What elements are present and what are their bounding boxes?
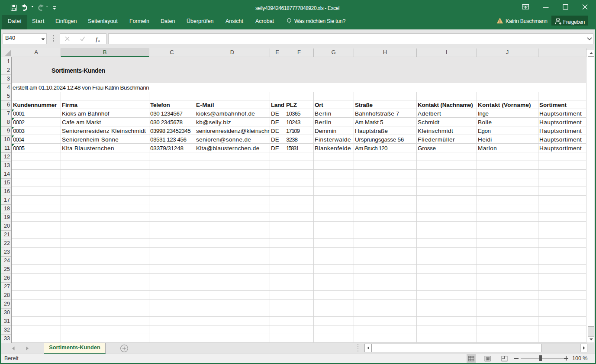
svg-text:x: x <box>98 39 100 42</box>
